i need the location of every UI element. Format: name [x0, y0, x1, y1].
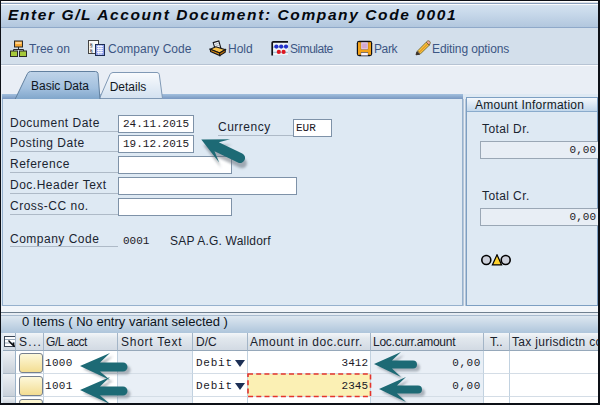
- svg-text:§: §: [90, 47, 94, 55]
